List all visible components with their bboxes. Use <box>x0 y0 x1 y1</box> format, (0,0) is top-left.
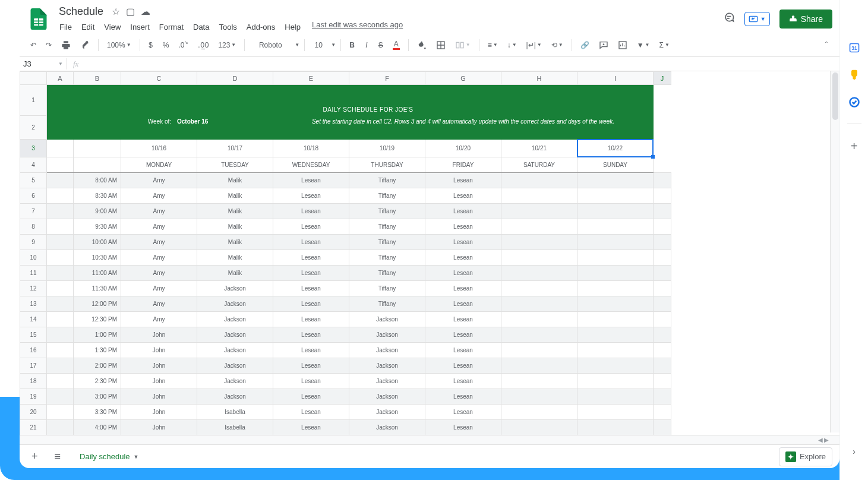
schedule-cell[interactable]: Malik <box>197 188 273 204</box>
date-cell-1[interactable]: 10/17 <box>197 140 273 157</box>
schedule-cell[interactable] <box>501 204 577 219</box>
schedule-cell[interactable]: Lesean <box>273 204 349 219</box>
schedule-cell[interactable]: Malik <box>197 219 273 235</box>
date-cell-0[interactable]: 10/16 <box>121 140 197 157</box>
schedule-cell[interactable]: Jackson <box>349 343 425 358</box>
filter-button[interactable]: ▼▼ <box>633 39 654 52</box>
schedule-cell[interactable]: Tiffany <box>349 173 425 188</box>
schedule-cell[interactable] <box>577 358 654 374</box>
sheet-tab-daily[interactable]: Daily schedule▼ <box>72 449 146 465</box>
bold-button[interactable]: B <box>346 39 358 52</box>
schedule-cell[interactable]: John <box>121 343 197 358</box>
day-cell-6[interactable]: SUNDAY <box>577 157 654 173</box>
row-header-15[interactable]: 15 <box>20 327 47 343</box>
increase-decimal[interactable]: .0̲0 <box>194 39 212 52</box>
schedule-cell[interactable]: Lesean <box>425 281 501 296</box>
col-header-J[interactable]: J <box>654 72 671 85</box>
schedule-cell[interactable] <box>577 188 654 204</box>
time-cell[interactable]: 11:00 AM <box>74 266 121 281</box>
schedule-cell[interactable] <box>501 374 577 389</box>
schedule-cell[interactable] <box>501 266 577 281</box>
time-cell[interactable]: 3:30 PM <box>74 405 121 420</box>
schedule-cell[interactable]: John <box>121 358 197 374</box>
move-icon[interactable]: ▢ <box>126 6 135 17</box>
schedule-cell[interactable]: Jackson <box>197 358 273 374</box>
col-header-H[interactable]: H <box>501 72 577 85</box>
borders-button[interactable] <box>433 38 449 52</box>
schedule-cell[interactable]: Lesean <box>425 327 501 343</box>
row-header-12[interactable]: 12 <box>20 281 47 296</box>
schedule-cell[interactable]: Jackson <box>197 374 273 389</box>
time-cell[interactable]: 10:00 AM <box>74 235 121 250</box>
schedule-cell[interactable]: Amy <box>121 219 197 235</box>
schedule-cell[interactable]: Lesean <box>273 420 349 435</box>
schedule-cell[interactable]: Jackson <box>197 296 273 312</box>
banner-title[interactable]: DAILY SCHEDULE FOR JOE'S <box>74 85 654 116</box>
redo-button[interactable]: ↷ <box>42 39 55 52</box>
font-select[interactable]: Roboto <box>250 41 291 49</box>
schedule-cell[interactable]: Lesean <box>425 250 501 266</box>
row-header-6[interactable]: 6 <box>20 188 47 204</box>
schedule-cell[interactable]: Lesean <box>273 281 349 296</box>
schedule-cell[interactable] <box>501 420 577 435</box>
menu-help[interactable]: Help <box>280 20 305 34</box>
row-header-17[interactable]: 17 <box>20 358 47 374</box>
schedule-cell[interactable] <box>577 281 654 296</box>
row-header-3[interactable]: 3 <box>20 140 47 157</box>
row-header-13[interactable]: 13 <box>20 296 47 312</box>
schedule-cell[interactable]: Tiffany <box>349 188 425 204</box>
schedule-cell[interactable] <box>577 374 654 389</box>
row-header-5[interactable]: 5 <box>20 173 47 188</box>
schedule-cell[interactable] <box>501 219 577 235</box>
schedule-cell[interactable]: Amy <box>121 250 197 266</box>
schedule-cell[interactable]: Lesean <box>425 173 501 188</box>
row-header-1[interactable]: 1 <box>20 85 47 116</box>
col-header-I[interactable]: I <box>577 72 654 85</box>
row-header-18[interactable]: 18 <box>20 374 47 389</box>
day-cell-0[interactable]: MONDAY <box>121 157 197 173</box>
tasks-icon[interactable] <box>848 96 860 108</box>
schedule-cell[interactable]: Lesean <box>273 235 349 250</box>
date-cell-6[interactable]: 10/22 <box>577 140 654 157</box>
schedule-cell[interactable]: Lesean <box>273 374 349 389</box>
schedule-cell[interactable]: Malik <box>197 204 273 219</box>
schedule-cell[interactable]: Lesean <box>273 327 349 343</box>
schedule-cell[interactable] <box>501 327 577 343</box>
col-header-A[interactable]: A <box>47 72 74 85</box>
schedule-cell[interactable]: Lesean <box>273 312 349 327</box>
schedule-cell[interactable]: Amy <box>121 235 197 250</box>
schedule-cell[interactable]: Tiffany <box>349 266 425 281</box>
menu-tools[interactable]: Tools <box>214 20 241 34</box>
row-header-10[interactable]: 10 <box>20 250 47 266</box>
schedule-cell[interactable]: Lesean <box>273 405 349 420</box>
schedule-cell[interactable] <box>501 389 577 405</box>
schedule-cell[interactable] <box>577 250 654 266</box>
fill-color-button[interactable] <box>414 38 430 52</box>
time-cell[interactable]: 8:30 AM <box>74 188 121 204</box>
schedule-cell[interactable]: Lesean <box>425 405 501 420</box>
schedule-cell[interactable] <box>501 296 577 312</box>
italic-button[interactable]: I <box>361 39 373 52</box>
sheets-logo[interactable] <box>27 7 50 31</box>
schedule-cell[interactable]: Tiffany <box>349 250 425 266</box>
time-cell[interactable]: 12:00 PM <box>74 296 121 312</box>
schedule-cell[interactable]: Lesean <box>425 374 501 389</box>
schedule-cell[interactable]: Lesean <box>273 173 349 188</box>
col-header-C[interactable]: C <box>121 72 197 85</box>
cloud-icon[interactable]: ☁ <box>141 6 150 17</box>
keep-icon[interactable] <box>848 69 860 81</box>
doc-title[interactable]: Schedule <box>55 4 107 19</box>
print-button[interactable] <box>58 38 74 52</box>
font-size-select[interactable]: 10 <box>310 39 327 52</box>
schedule-cell[interactable]: Lesean <box>273 266 349 281</box>
halign-button[interactable]: ≡▼ <box>484 39 501 52</box>
row-header-2[interactable]: 2 <box>20 116 47 140</box>
link-button[interactable]: 🔗 <box>577 39 593 52</box>
row-header-7[interactable]: 7 <box>20 204 47 219</box>
schedule-cell[interactable]: Jackson <box>197 327 273 343</box>
date-cell-2[interactable]: 10/18 <box>273 140 349 157</box>
horizontal-scrollbar[interactable]: ◀▶ <box>20 435 839 444</box>
row-header-20[interactable]: 20 <box>20 405 47 420</box>
row-header-4[interactable]: 4 <box>20 157 47 173</box>
schedule-cell[interactable]: Jackson <box>349 420 425 435</box>
